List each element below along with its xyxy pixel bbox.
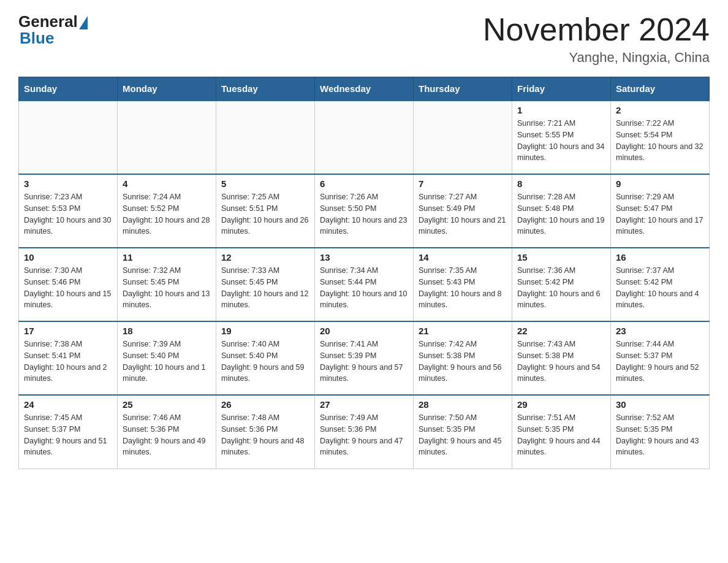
day-info: Sunrise: 7:52 AMSunset: 5:35 PMDaylight:… bbox=[616, 412, 704, 458]
calendar-day-cell: 8Sunrise: 7:28 AMSunset: 5:48 PMDaylight… bbox=[512, 174, 611, 248]
day-number: 8 bbox=[517, 178, 605, 189]
day-number: 29 bbox=[517, 399, 605, 410]
day-info: Sunrise: 7:39 AMSunset: 5:40 PMDaylight:… bbox=[123, 339, 211, 385]
day-number: 18 bbox=[123, 326, 211, 336]
day-info: Sunrise: 7:50 AMSunset: 5:35 PMDaylight:… bbox=[419, 412, 507, 458]
calendar-day-cell: 27Sunrise: 7:49 AMSunset: 5:36 PMDayligh… bbox=[315, 395, 414, 469]
calendar-day-cell: 13Sunrise: 7:34 AMSunset: 5:44 PMDayligh… bbox=[315, 248, 414, 321]
day-number: 2 bbox=[616, 105, 704, 115]
day-number: 19 bbox=[221, 326, 309, 336]
calendar-day-cell: 18Sunrise: 7:39 AMSunset: 5:40 PMDayligh… bbox=[118, 321, 216, 395]
day-info: Sunrise: 7:29 AMSunset: 5:47 PMDaylight:… bbox=[616, 191, 704, 237]
calendar-day-cell: 14Sunrise: 7:35 AMSunset: 5:43 PMDayligh… bbox=[414, 248, 512, 321]
day-info: Sunrise: 7:22 AMSunset: 5:54 PMDaylight:… bbox=[616, 118, 704, 164]
calendar-table: SundayMondayTuesdayWednesdayThursdayFrid… bbox=[18, 77, 710, 469]
calendar-day-header: Thursday bbox=[414, 77, 512, 101]
day-info: Sunrise: 7:27 AMSunset: 5:49 PMDaylight:… bbox=[419, 191, 507, 237]
day-number: 27 bbox=[320, 399, 408, 410]
day-number: 23 bbox=[616, 326, 704, 336]
day-number: 30 bbox=[616, 399, 704, 410]
calendar-day-cell: 15Sunrise: 7:36 AMSunset: 5:42 PMDayligh… bbox=[512, 248, 611, 321]
calendar-day-cell bbox=[216, 101, 315, 174]
day-info: Sunrise: 7:36 AMSunset: 5:42 PMDaylight:… bbox=[517, 265, 605, 311]
day-info: Sunrise: 7:28 AMSunset: 5:48 PMDaylight:… bbox=[517, 191, 605, 237]
calendar-day-cell: 17Sunrise: 7:38 AMSunset: 5:41 PMDayligh… bbox=[19, 321, 118, 395]
calendar-day-cell: 29Sunrise: 7:51 AMSunset: 5:35 PMDayligh… bbox=[512, 395, 611, 469]
day-info: Sunrise: 7:33 AMSunset: 5:45 PMDaylight:… bbox=[221, 265, 309, 311]
calendar-week-row: 3Sunrise: 7:23 AMSunset: 5:53 PMDaylight… bbox=[19, 174, 710, 248]
day-info: Sunrise: 7:43 AMSunset: 5:38 PMDaylight:… bbox=[517, 339, 605, 385]
day-info: Sunrise: 7:37 AMSunset: 5:42 PMDaylight:… bbox=[616, 265, 704, 311]
day-info: Sunrise: 7:34 AMSunset: 5:44 PMDaylight:… bbox=[320, 265, 408, 311]
day-number: 24 bbox=[24, 399, 112, 410]
day-number: 22 bbox=[517, 326, 605, 336]
day-number: 5 bbox=[221, 178, 309, 189]
day-info: Sunrise: 7:44 AMSunset: 5:37 PMDaylight:… bbox=[616, 339, 704, 385]
day-number: 6 bbox=[320, 178, 408, 189]
calendar-title-block: November 2024 Yanghe, Ningxia, China bbox=[483, 12, 710, 66]
calendar-day-cell: 6Sunrise: 7:26 AMSunset: 5:50 PMDaylight… bbox=[315, 174, 414, 248]
logo-triangle-icon bbox=[79, 16, 88, 29]
day-info: Sunrise: 7:21 AMSunset: 5:55 PMDaylight:… bbox=[517, 118, 605, 164]
calendar-day-cell: 2Sunrise: 7:22 AMSunset: 5:54 PMDaylight… bbox=[611, 101, 710, 174]
day-info: Sunrise: 7:41 AMSunset: 5:39 PMDaylight:… bbox=[320, 339, 408, 385]
day-number: 7 bbox=[419, 178, 507, 189]
calendar-week-row: 17Sunrise: 7:38 AMSunset: 5:41 PMDayligh… bbox=[19, 321, 710, 395]
day-info: Sunrise: 7:26 AMSunset: 5:50 PMDaylight:… bbox=[320, 191, 408, 237]
day-number: 28 bbox=[419, 399, 507, 410]
calendar-day-cell: 16Sunrise: 7:37 AMSunset: 5:42 PMDayligh… bbox=[611, 248, 710, 321]
calendar-day-header: Monday bbox=[118, 77, 216, 101]
calendar-week-row: 10Sunrise: 7:30 AMSunset: 5:46 PMDayligh… bbox=[19, 248, 710, 321]
day-number: 25 bbox=[123, 399, 211, 410]
day-number: 4 bbox=[123, 178, 211, 189]
day-info: Sunrise: 7:24 AMSunset: 5:52 PMDaylight:… bbox=[123, 191, 211, 237]
day-info: Sunrise: 7:23 AMSunset: 5:53 PMDaylight:… bbox=[24, 191, 112, 237]
calendar-day-header: Saturday bbox=[611, 77, 710, 101]
calendar-day-cell: 30Sunrise: 7:52 AMSunset: 5:35 PMDayligh… bbox=[611, 395, 710, 469]
calendar-day-header: Tuesday bbox=[216, 77, 315, 101]
day-number: 11 bbox=[123, 252, 211, 262]
calendar-day-header: Wednesday bbox=[315, 77, 414, 101]
calendar-day-cell: 11Sunrise: 7:32 AMSunset: 5:45 PMDayligh… bbox=[118, 248, 216, 321]
day-info: Sunrise: 7:46 AMSunset: 5:36 PMDaylight:… bbox=[123, 412, 211, 458]
day-number: 13 bbox=[320, 252, 408, 262]
calendar-day-cell: 3Sunrise: 7:23 AMSunset: 5:53 PMDaylight… bbox=[19, 174, 118, 248]
calendar-day-cell bbox=[118, 101, 216, 174]
day-number: 1 bbox=[517, 105, 605, 115]
logo: General Blue bbox=[18, 12, 88, 48]
calendar-header-row: SundayMondayTuesdayWednesdayThursdayFrid… bbox=[19, 77, 710, 101]
day-number: 21 bbox=[419, 326, 507, 336]
day-info: Sunrise: 7:25 AMSunset: 5:51 PMDaylight:… bbox=[221, 191, 309, 237]
day-info: Sunrise: 7:49 AMSunset: 5:36 PMDaylight:… bbox=[320, 412, 408, 458]
calendar-day-header: Friday bbox=[512, 77, 611, 101]
calendar-week-row: 24Sunrise: 7:45 AMSunset: 5:37 PMDayligh… bbox=[19, 395, 710, 469]
calendar-location: Yanghe, Ningxia, China bbox=[483, 50, 710, 66]
day-info: Sunrise: 7:32 AMSunset: 5:45 PMDaylight:… bbox=[123, 265, 211, 311]
calendar-day-cell: 25Sunrise: 7:46 AMSunset: 5:36 PMDayligh… bbox=[118, 395, 216, 469]
day-info: Sunrise: 7:30 AMSunset: 5:46 PMDaylight:… bbox=[24, 265, 112, 311]
day-info: Sunrise: 7:42 AMSunset: 5:38 PMDaylight:… bbox=[419, 339, 507, 385]
calendar-day-cell: 24Sunrise: 7:45 AMSunset: 5:37 PMDayligh… bbox=[19, 395, 118, 469]
day-number: 14 bbox=[419, 252, 507, 262]
calendar-day-cell: 1Sunrise: 7:21 AMSunset: 5:55 PMDaylight… bbox=[512, 101, 611, 174]
logo-blue-text: Blue bbox=[20, 29, 54, 48]
calendar-day-cell: 5Sunrise: 7:25 AMSunset: 5:51 PMDaylight… bbox=[216, 174, 315, 248]
calendar-day-cell: 22Sunrise: 7:43 AMSunset: 5:38 PMDayligh… bbox=[512, 321, 611, 395]
day-info: Sunrise: 7:38 AMSunset: 5:41 PMDaylight:… bbox=[24, 339, 112, 385]
calendar-day-cell: 26Sunrise: 7:48 AMSunset: 5:36 PMDayligh… bbox=[216, 395, 315, 469]
day-info: Sunrise: 7:45 AMSunset: 5:37 PMDaylight:… bbox=[24, 412, 112, 458]
calendar-day-cell: 9Sunrise: 7:29 AMSunset: 5:47 PMDaylight… bbox=[611, 174, 710, 248]
calendar-day-cell bbox=[19, 101, 118, 174]
day-info: Sunrise: 7:35 AMSunset: 5:43 PMDaylight:… bbox=[419, 265, 507, 311]
calendar-day-cell: 23Sunrise: 7:44 AMSunset: 5:37 PMDayligh… bbox=[611, 321, 710, 395]
calendar-day-cell: 4Sunrise: 7:24 AMSunset: 5:52 PMDaylight… bbox=[118, 174, 216, 248]
calendar-day-cell: 28Sunrise: 7:50 AMSunset: 5:35 PMDayligh… bbox=[414, 395, 512, 469]
day-info: Sunrise: 7:40 AMSunset: 5:40 PMDaylight:… bbox=[221, 339, 309, 385]
day-number: 3 bbox=[24, 178, 112, 189]
day-info: Sunrise: 7:51 AMSunset: 5:35 PMDaylight:… bbox=[517, 412, 605, 458]
calendar-day-cell: 20Sunrise: 7:41 AMSunset: 5:39 PMDayligh… bbox=[315, 321, 414, 395]
day-number: 20 bbox=[320, 326, 408, 336]
calendar-month-year: November 2024 bbox=[483, 12, 710, 47]
day-info: Sunrise: 7:48 AMSunset: 5:36 PMDaylight:… bbox=[221, 412, 309, 458]
day-number: 12 bbox=[221, 252, 309, 262]
